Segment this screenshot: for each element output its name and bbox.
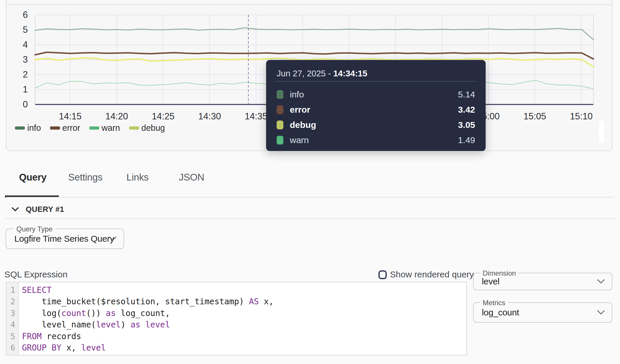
chevron-down-icon [597,279,605,284]
scrollbar-thumb[interactable] [599,121,604,143]
show-rendered-query-label[interactable]: Show rendered query [390,269,474,279]
tab-query[interactable]: Query [19,171,47,184]
x-tick-label: 14:20 [96,111,137,122]
y-tick-label: 2 [10,69,28,80]
chevron-down-icon [109,236,117,241]
y-tick-label: 6 [10,9,28,21]
tooltip-series-label: debug [290,120,316,130]
tabbar-border [6,197,614,198]
tooltip-series-value: 3.05 [458,120,475,130]
x-tick-label: 15:05 [514,111,555,122]
y-tick-label: 3 [10,54,28,66]
y-tick-label: 0 [10,99,28,110]
y-tick-label: 4 [10,39,28,51]
sql-code-editor[interactable]: 123456 SELECT time_bucket($resolution, s… [6,282,467,356]
legend-label: info [27,123,41,133]
panel-header-divider [6,4,612,5]
legend-swatch [15,126,25,130]
tooltip-swatch [277,121,283,129]
legend-swatch [129,126,139,130]
x-tick-label: 14:30 [189,111,230,122]
y-tick-label: 1 [10,84,28,95]
tooltip-date: Jun 27, 2025 - [277,69,333,78]
tooltip-timestamp: Jun 27, 2025 - 14:34:15 [277,69,367,78]
tab-links[interactable]: Links [126,171,149,184]
x-tick-label: 15:10 [561,111,602,122]
line-number: 2 [6,296,18,307]
code-line: GROUP BY x, level [22,342,466,353]
tooltip-swatch [277,90,283,99]
query-section-title: QUERY #1 [26,205,64,214]
line-number: 3 [6,308,18,319]
x-tick-label: 14:15 [50,111,91,122]
tooltip-series-value: 5.14 [458,90,475,99]
tab-json[interactable]: JSON [179,171,204,184]
tooltip-swatch [277,136,283,145]
code-line: log(count()) as log_count, [22,308,466,319]
chevron-down-icon[interactable] [11,205,19,213]
y-tick-label: 5 [10,24,28,36]
tab-settings[interactable]: Settings [68,171,102,184]
tooltip-row-error: error3.42 [277,105,475,115]
tooltip-row-debug: debug3.05 [277,120,475,130]
dimension-value: level [482,277,499,286]
tooltip-series-value: 1.49 [458,135,475,145]
tooltip-series-value: 3.42 [458,105,475,115]
section-divider [5,218,615,219]
legend-item-error[interactable]: error [50,123,80,133]
line-number: 6 [6,342,18,353]
chart-legend: infoerrorwarndebug [15,123,165,133]
code-line: SELECT [22,284,466,296]
legend-item-warn[interactable]: warn [89,123,120,133]
line-number: 4 [6,319,18,330]
metrics-label: Metrics [480,299,508,307]
tooltip-row-info: info5.14 [277,90,475,99]
legend-label: debug [141,123,165,133]
tooltip-series-label: error [290,105,310,115]
query-type-select[interactable]: Query Type Logfire Time Series Query [6,229,124,249]
tooltip-time: 14:34:15 [333,69,367,78]
legend-label: error [62,123,80,133]
legend-item-debug[interactable]: debug [129,123,165,133]
tooltip-swatch [277,105,283,114]
code-gutter: 123456 [6,282,19,355]
show-rendered-query-checkbox[interactable] [378,270,387,279]
code-line: level_name(level) as level [22,319,466,330]
tooltip-row-warn: warn1.49 [277,135,475,145]
query-type-value: Logfire Time Series Query [14,234,114,244]
query-type-label: Query Type [14,225,55,233]
tooltip-series-label: warn [290,135,309,145]
tooltip-series-label: info [290,90,304,99]
line-number: 1 [6,284,18,296]
legend-swatch [89,126,99,130]
legend-swatch [50,126,60,130]
metrics-value: log_count [482,308,519,317]
chevron-down-icon [597,310,605,315]
legend-item-info[interactable]: info [15,123,41,133]
code-line: FROM records [22,331,466,342]
legend-label: warn [102,123,120,133]
line-number: 5 [6,331,18,342]
tooltip-divider [275,81,476,82]
metrics-select[interactable]: Metrics log_count [473,302,612,323]
x-tick-label: 14:25 [143,111,184,122]
dimension-select[interactable]: Dimension level [473,273,612,290]
sql-expression-label: SQL Expression [4,269,68,279]
code-lines[interactable]: SELECT time_bucket($resolution, start_ti… [19,282,466,355]
code-line: time_bucket($resolution, start_timestamp… [22,296,466,307]
dimension-label: Dimension [480,269,518,277]
chart-tooltip: Jun 27, 2025 - 14:34:15 info5.14error3.4… [266,60,486,151]
